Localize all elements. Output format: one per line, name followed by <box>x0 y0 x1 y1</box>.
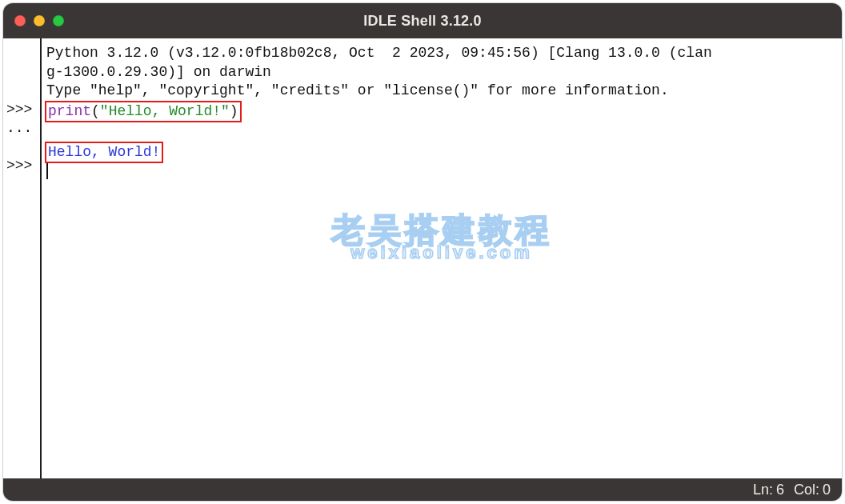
paren-open: ( <box>91 103 100 119</box>
gutter-line: >>> <box>6 102 32 118</box>
status-col-label: Col: <box>794 482 819 498</box>
shell-editor[interactable]: >>> ... >>> Python 3.12.0 (v3.12.0:0fb18… <box>3 38 842 478</box>
text-cursor <box>46 163 48 179</box>
idle-window: IDLE Shell 3.12.0 >>> ... >>> Python 3.1… <box>3 3 842 501</box>
highlight-box: Hello, World! <box>45 142 163 164</box>
paren-close: ) <box>230 103 238 119</box>
status-ln-value: 6 <box>776 482 784 498</box>
continuation-line <box>46 122 837 142</box>
watermark-text-en: weixiaolive.com <box>331 242 552 262</box>
shell-content[interactable]: Python 3.12.0 (v3.12.0:0fb18b02c8, Oct 2… <box>42 38 842 478</box>
gutter-line: >>> <box>6 158 32 174</box>
banner-line: Python 3.12.0 (v3.12.0:0fb18b02c8, Oct 2… <box>46 44 837 63</box>
string-literal: "Hello, World!" <box>100 103 230 119</box>
highlight-box: print("Hello, World!") <box>45 101 242 123</box>
watermark-text-cn: 老吴搭建教程 <box>331 221 552 240</box>
call-name: print <box>48 103 91 119</box>
banner-line: Type "help", "copyright", "credits" or "… <box>46 82 837 101</box>
status-col-value: 0 <box>823 482 831 498</box>
banner-line: g-1300.0.29.30)] on darwin <box>46 63 837 82</box>
watermark: 老吴搭建教程 weixiaolive.com <box>331 221 552 262</box>
gutter-line: ... <box>6 120 32 136</box>
status-bar: Ln: 6 Col: 0 <box>3 478 842 501</box>
prompt-line[interactable] <box>46 163 837 183</box>
titlebar: IDLE Shell 3.12.0 <box>3 3 842 38</box>
window-title: IDLE Shell 3.12.0 <box>3 13 842 30</box>
output-line: Hello, World! <box>46 142 837 164</box>
status-ln-label: Ln: <box>753 482 773 498</box>
input-line: print("Hello, World!") <box>46 101 837 123</box>
prompt-gutter: >>> ... >>> <box>3 38 42 478</box>
